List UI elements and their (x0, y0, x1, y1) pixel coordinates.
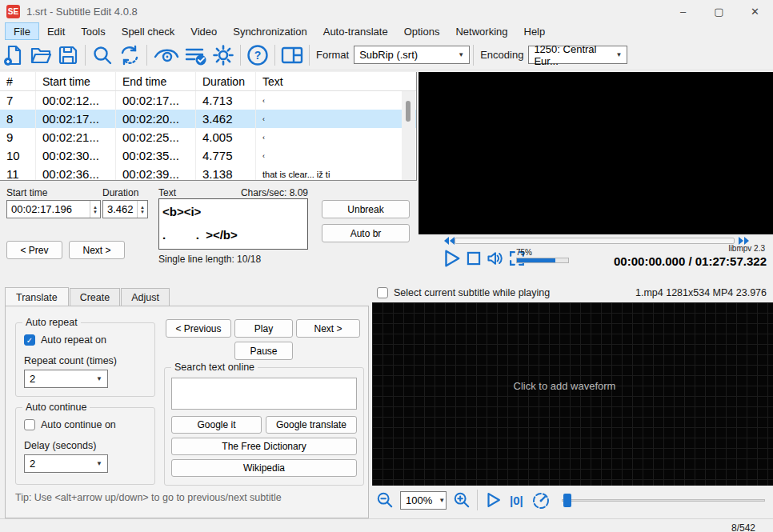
waveform-play-icon[interactable] (484, 491, 502, 509)
save-icon (57, 44, 79, 66)
pause-button[interactable]: Pause (234, 342, 293, 360)
column-text[interactable]: Text (256, 72, 416, 90)
mode-tabs: Translate Create Adjust (5, 288, 170, 306)
menu-synchronization[interactable]: Synchronization (225, 22, 315, 40)
menu-spell-check[interactable]: Spell check (114, 22, 182, 40)
video-display[interactable] (419, 72, 773, 234)
play-icon[interactable] (441, 248, 462, 269)
visual-sync-eye-icon (153, 44, 180, 66)
menu-options[interactable]: Options (396, 22, 448, 40)
slider-thumb[interactable] (563, 494, 571, 507)
zoom-out-icon[interactable] (376, 491, 394, 509)
scrollbar-thumb[interactable] (406, 101, 411, 122)
tab-adjust[interactable]: Adjust (121, 288, 170, 306)
layout-button[interactable] (278, 42, 306, 68)
search-text-input[interactable] (171, 378, 357, 410)
spinner-arrows-icon[interactable]: ▲▼ (90, 201, 100, 218)
spinner-arrows-icon[interactable]: ▲▼ (137, 201, 147, 218)
wikipedia-button[interactable]: Wikipedia (171, 459, 357, 477)
save-button[interactable] (54, 42, 82, 68)
google-it-button[interactable]: Google it (171, 416, 262, 434)
waveform-position-slider[interactable] (562, 492, 765, 508)
repeat-count-select[interactable]: 2▼ (24, 370, 108, 388)
column-end-time[interactable]: End time (116, 72, 196, 90)
waveform-zoom-select[interactable]: 100%▼ (400, 491, 447, 510)
slider-track[interactable] (562, 499, 765, 502)
open-file-button[interactable] (27, 42, 54, 68)
duration-input[interactable]: 3.462 ▲▼ (102, 200, 148, 218)
zoom-in-icon[interactable] (453, 491, 471, 509)
auto-repeat-checkbox[interactable]: ✓ Auto repeat on (24, 334, 154, 346)
chars-per-sec: Chars/sec: 8.09 (200, 187, 308, 198)
subtitle-text-input[interactable]: <b><i> . . ></b> (158, 198, 308, 250)
seek-back-icon[interactable] (444, 237, 455, 245)
new-file-button[interactable] (0, 42, 27, 68)
auto-continue-checkbox[interactable]: Auto continue on (24, 419, 154, 430)
delay-label: Delay (seconds) (24, 440, 154, 451)
waveform-placeholder[interactable]: Click to add waveform (514, 380, 616, 392)
menu-edit[interactable]: Edit (39, 22, 73, 40)
google-translate-button[interactable]: Google translate (266, 416, 357, 434)
tab-create[interactable]: Create (70, 288, 121, 306)
select-current-checkbox[interactable]: Select current subtitle while playing (377, 287, 550, 298)
checkbox-unchecked-icon[interactable] (24, 419, 35, 430)
chevron-down-icon: ▼ (96, 375, 102, 382)
main-toolbar: ? Format SubRip (.srt)▼ Encoding 1250: C… (0, 40, 773, 70)
previous-button[interactable]: < Previous (166, 319, 231, 338)
visual-sync-button[interactable] (150, 42, 182, 68)
volume-slider[interactable]: 75% (516, 248, 569, 263)
encoding-select[interactable]: 1250: Central Eur...▼ (528, 46, 627, 64)
title-bar: SE 1.srt - Subtitle Edit 4.0.8 – ▢ ✕ (0, 0, 773, 22)
next-button[interactable]: Next > (296, 319, 360, 338)
subtitle-position-indicator: 8/542 (731, 522, 755, 532)
waveform-area[interactable]: Click to add waveform (372, 302, 773, 486)
checkbox-checked-icon[interactable]: ✓ (24, 334, 35, 346)
free-dictionary-button[interactable]: The Free Dictionary (171, 438, 357, 455)
help-button[interactable]: ? (244, 42, 271, 68)
auto-repeat-group: Auto repeat ✓ Auto repeat on Repeat coun… (15, 322, 155, 397)
next-subtitle-button[interactable]: Next > (69, 241, 125, 259)
zero-position-icon[interactable]: |0| (510, 494, 523, 507)
window-title: 1.srt - Subtitle Edit 4.0.8 (26, 6, 138, 18)
video-seek-row (419, 236, 773, 246)
delay-select[interactable]: 2▼ (24, 454, 108, 473)
stop-icon[interactable] (465, 250, 483, 267)
auto-br-button[interactable]: Auto br (322, 224, 410, 242)
find-button[interactable] (89, 42, 116, 68)
subtitle-row[interactable]: 1000:02:30... 00:02:35...4.775 ‹. (0, 146, 416, 165)
menu-help[interactable]: Help (516, 22, 554, 40)
menu-video[interactable]: Video (182, 22, 225, 40)
close-button[interactable]: ✕ (737, 0, 773, 22)
column-start-time[interactable]: Start time (36, 72, 116, 90)
subtitle-row[interactable]: 900:02:21... 00:02:25...4.005 ‹ (0, 128, 416, 146)
menu-tools[interactable]: Tools (73, 22, 113, 40)
toolbar-separator (146, 45, 147, 66)
checkbox-unchecked-icon[interactable] (377, 287, 388, 298)
playback-speed-icon[interactable] (531, 490, 551, 510)
minimize-button[interactable]: – (665, 0, 701, 22)
subtitle-row[interactable]: 1100:02:36... 00:02:39...3.138 that is c… (0, 165, 416, 181)
menu-auto-translate[interactable]: Auto-translate (315, 22, 396, 40)
column-duration[interactable]: Duration (196, 72, 256, 90)
format-select[interactable]: SubRip (.srt)▼ (354, 46, 470, 64)
menu-file[interactable]: File (5, 22, 39, 40)
settings-button[interactable] (210, 42, 237, 68)
subtitle-row-selected[interactable]: 800:02:17... 00:02:20...3.462 ‹ (0, 110, 416, 128)
gear-icon (212, 44, 234, 66)
maximize-button[interactable]: ▢ (701, 0, 737, 22)
subtitle-row[interactable]: 700:02:12... 00:02:17...4.713 ‹. (0, 91, 416, 110)
format-label: Format (316, 49, 349, 61)
prev-subtitle-button[interactable]: < Prev (6, 241, 62, 259)
list-scrollbar[interactable] (402, 91, 415, 180)
volume-icon[interactable] (486, 249, 505, 268)
volume-fill (517, 258, 555, 262)
replace-button[interactable] (116, 42, 143, 68)
menu-networking[interactable]: Networking (447, 22, 515, 40)
video-seek-bar[interactable] (455, 238, 735, 244)
spell-check-button[interactable] (182, 42, 210, 68)
column-number[interactable]: # (0, 72, 36, 90)
play-button[interactable]: Play (234, 319, 293, 338)
start-time-input[interactable]: 00:02:17.196 ▲▼ (6, 200, 101, 218)
tab-translate[interactable]: Translate (5, 287, 69, 307)
unbreak-button[interactable]: Unbreak (322, 200, 410, 218)
